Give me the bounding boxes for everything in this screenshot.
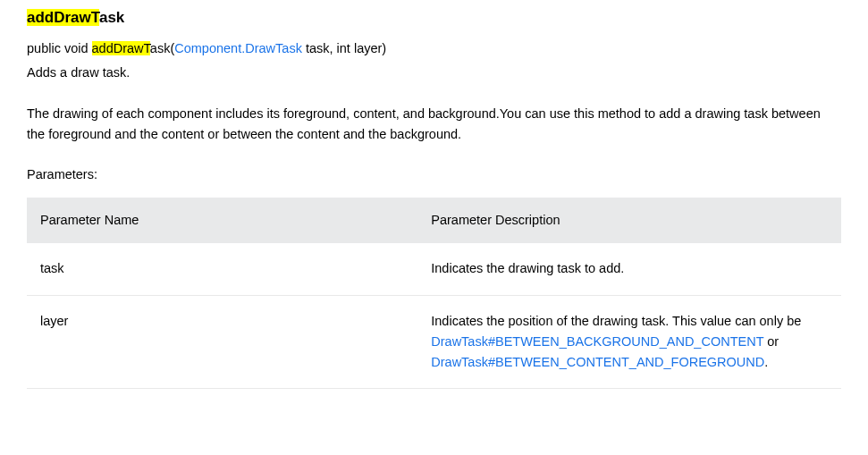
table-header-row: Parameter Name Parameter Description [27, 198, 841, 243]
layer-desc-mid: or [763, 334, 779, 349]
layer-desc-pre: Indicates the position of the drawing ta… [431, 314, 801, 328]
sig-pre: public void [27, 41, 92, 55]
title-rest: ask [99, 9, 124, 26]
layer-link-2[interactable]: DrawTask#BETWEEN_CONTENT_AND_FOREGROUND [431, 355, 764, 369]
header-param-name: Parameter Name [27, 198, 417, 243]
sig-highlight: addDrawT [92, 41, 150, 55]
param-name-cell: task [27, 243, 417, 295]
param-desc-cell: Indicates the position of the drawing ta… [417, 295, 841, 389]
param-name-cell: layer [27, 295, 417, 389]
layer-desc-post: . [764, 355, 768, 369]
table-row: task Indicates the drawing task to add. [27, 243, 841, 295]
parameters-table: Parameter Name Parameter Description tas… [27, 198, 841, 389]
method-summary: Adds a draw task. [27, 63, 841, 83]
title-highlight: addDrawT [27, 9, 99, 26]
param-desc-cell: Indicates the drawing task to add. [417, 243, 841, 295]
sig-post: task, int layer) [302, 41, 386, 55]
header-param-desc: Parameter Description [417, 198, 841, 243]
method-description: The drawing of each component includes i… [27, 104, 841, 145]
method-signature: public void addDrawTask(Component.DrawTa… [27, 38, 841, 59]
sig-after-highlight: ask( [150, 41, 174, 55]
layer-link-1[interactable]: DrawTask#BETWEEN_BACKGROUND_AND_CONTENT [431, 334, 763, 349]
parameters-label: Parameters: [27, 164, 841, 185]
table-row: layer Indicates the position of the draw… [27, 295, 841, 389]
method-title: addDrawTask [27, 5, 841, 29]
param-type-link[interactable]: Component.DrawTask [174, 41, 302, 55]
